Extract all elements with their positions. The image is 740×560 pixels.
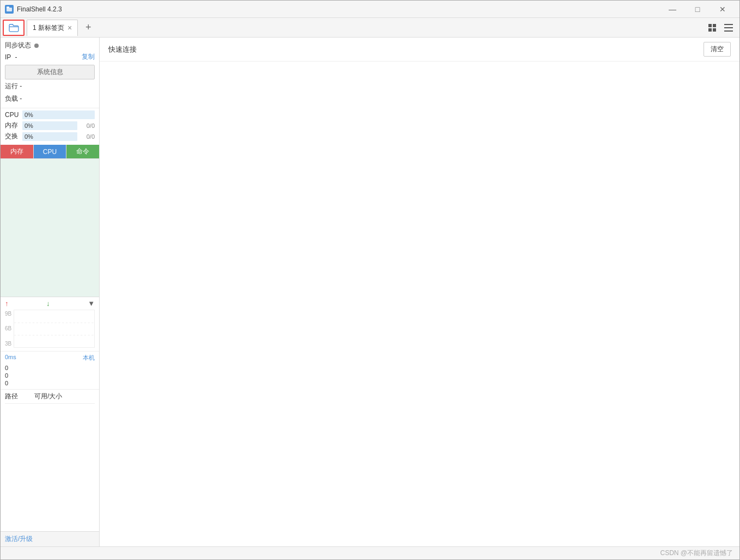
- ip-row: IP - 复制: [5, 52, 95, 61]
- net-scale-3b: 3B: [5, 341, 11, 347]
- tab-1[interactable]: 1 新标签页 ×: [27, 20, 78, 36]
- disk-size-label: 可用/大小: [34, 392, 62, 401]
- mem-value: 0%: [25, 122, 33, 129]
- load-label: 负载 -: [5, 92, 95, 104]
- ping-row-3: 0: [5, 379, 95, 387]
- network-header: ↑ ↓ ▼: [5, 299, 95, 307]
- net-graph-container: 9B 6B 3B: [5, 310, 95, 349]
- swap-value: 0%: [25, 133, 33, 140]
- swap-bar: 0%: [22, 132, 77, 141]
- main-layout: 同步状态 IP - 复制 系统信息 运行 - 负载 - CPU: [1, 38, 739, 546]
- add-tab-button[interactable]: +: [80, 20, 96, 36]
- sidebar-top: 同步状态 IP - 复制 系统信息 运行 - 负载 -: [1, 38, 99, 108]
- watermark-bar: CSDN @不能再留遗憾了: [1, 546, 739, 559]
- sidebar: 同步状态 IP - 复制 系统信息 运行 - 负载 - CPU: [1, 38, 100, 546]
- content-area: 快速连接 清空: [100, 38, 739, 546]
- sync-row: 同步状态: [5, 41, 95, 50]
- svg-rect-1: [7, 7, 9, 8]
- watermark-text: CSDN @不能再留遗憾了: [660, 549, 733, 558]
- mem-label: 内存: [5, 121, 20, 130]
- app-window: FinalShell 4.2.3 — □ ✕ 1 新标签页 × +: [0, 0, 740, 560]
- cpu-bar: 0%: [22, 110, 95, 119]
- net-scale-6b: 6B: [5, 325, 11, 331]
- cpu-label: CPU: [5, 111, 20, 119]
- ping-row-2: 0: [5, 372, 95, 379]
- tab-1-close[interactable]: ×: [68, 23, 72, 32]
- net-up-icon: ↑: [5, 299, 9, 307]
- quick-connect-bar: 快速连接 清空: [100, 38, 739, 61]
- svg-rect-2: [708, 24, 712, 27]
- ping-row-1: 0: [5, 364, 95, 372]
- ping-val-3: 0: [5, 380, 8, 386]
- title-bar: FinalShell 4.2.3 — □ ✕: [1, 1, 739, 18]
- chart-area: [1, 159, 99, 297]
- ping-header: 0ms 本机: [5, 354, 95, 362]
- tab-bar: 1 新标签页 × +: [1, 18, 739, 38]
- clear-button[interactable]: 清空: [704, 42, 731, 57]
- sidebar-tabs: 内存 CPU 命令: [1, 145, 99, 159]
- svg-rect-8: [724, 30, 733, 32]
- ping-local: 本机: [83, 354, 95, 362]
- disk-header: 路径 可用/大小: [5, 392, 95, 404]
- net-scale: 9B 6B 3B: [5, 310, 11, 348]
- metrics-section: CPU 0% 内存 0% 0/0 交换: [1, 108, 99, 145]
- tab-cmd[interactable]: 命令: [66, 145, 99, 158]
- cpu-metric-row: CPU 0%: [5, 110, 95, 119]
- folder-button[interactable]: [3, 20, 25, 36]
- window-controls: — □ ✕: [660, 1, 735, 18]
- mem-side: 0/0: [79, 122, 95, 129]
- ip-text: IP: [5, 53, 11, 61]
- svg-rect-5: [713, 28, 716, 32]
- ping-label: 0ms: [5, 354, 16, 362]
- run-label: 运行 -: [5, 79, 95, 92]
- menu-button[interactable]: [722, 21, 735, 34]
- sys-info-button[interactable]: 系统信息: [5, 65, 95, 79]
- copy-button[interactable]: 复制: [82, 52, 95, 61]
- network-section: ↑ ↓ ▼ 9B 6B 3B: [1, 297, 99, 352]
- maximize-button[interactable]: □: [685, 1, 710, 18]
- tab-bar-right: [706, 21, 739, 34]
- svg-rect-0: [7, 8, 12, 11]
- ip-label: IP -: [5, 53, 17, 61]
- tab-1-label: 1 新标签页: [33, 23, 64, 33]
- tab-mem[interactable]: 内存: [1, 145, 34, 158]
- net-down-icon: ↓: [46, 299, 50, 307]
- cpu-value: 0%: [25, 112, 33, 118]
- sync-dot: [34, 44, 39, 48]
- ping-val-2: 0: [5, 372, 8, 379]
- svg-rect-7: [724, 27, 733, 28]
- tab-cpu[interactable]: CPU: [34, 145, 67, 158]
- net-more-icon[interactable]: ▼: [88, 299, 95, 307]
- net-scale-9b: 9B: [5, 311, 11, 317]
- swap-metric-row: 交换 0% 0/0: [5, 132, 95, 141]
- disk-section: 路径 可用/大小: [1, 390, 99, 532]
- quick-connect-label: 快速连接: [108, 45, 699, 54]
- svg-rect-6: [724, 24, 733, 25]
- svg-rect-3: [713, 24, 716, 27]
- sidebar-bottom: 激活/升级: [1, 531, 99, 546]
- ping-section: 0ms 本机 0 0 0: [1, 352, 99, 390]
- grid-view-button[interactable]: [706, 21, 719, 34]
- activate-link[interactable]: 激活/升级: [5, 534, 33, 544]
- content-body: [100, 61, 739, 546]
- net-graph: [14, 310, 95, 348]
- swap-side: 0/0: [79, 133, 95, 140]
- close-button[interactable]: ✕: [710, 1, 735, 18]
- mem-bar: 0%: [22, 121, 77, 130]
- app-title: FinalShell 4.2.3: [17, 5, 660, 13]
- minimize-button[interactable]: —: [660, 1, 685, 18]
- ip-value: -: [15, 53, 17, 61]
- svg-rect-4: [708, 28, 712, 32]
- sync-label: 同步状态: [5, 41, 31, 50]
- disk-path-label: 路径: [5, 392, 18, 401]
- mem-metric-row: 内存 0% 0/0: [5, 121, 95, 130]
- ping-val-1: 0: [5, 365, 8, 371]
- app-icon: [5, 5, 14, 14]
- swap-label: 交换: [5, 132, 20, 141]
